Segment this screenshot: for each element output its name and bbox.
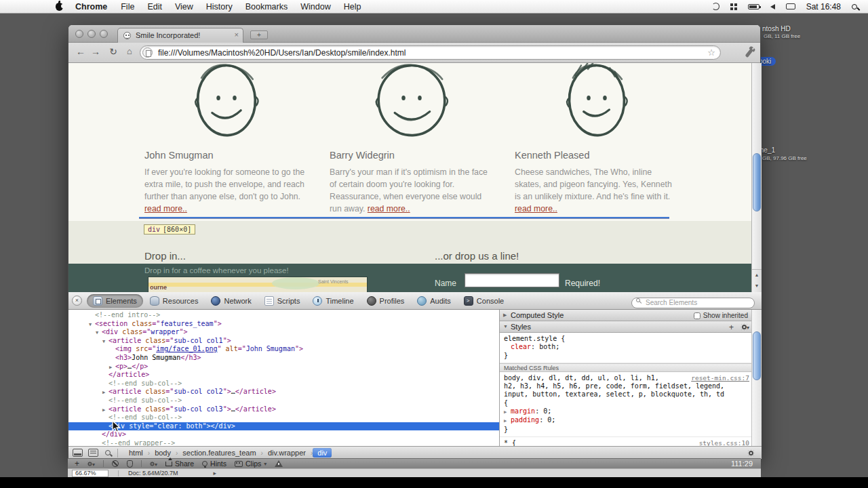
menu-bookmarks[interactable]: Bookmarks [245,2,288,12]
devtools-tab-profiles[interactable]: Profiles [361,294,411,308]
back-button[interactable]: ← [74,46,87,57]
read-more-link[interactable]: read more.. [368,204,410,214]
browser-tab[interactable]: Smile Incorporated! × [117,28,243,43]
reload-button[interactable]: ↻ [106,46,120,57]
options-button[interactable]: ▾ [150,460,157,468]
dom-tree-row[interactable]: <!--end wrapper--> [68,439,499,446]
property-expand-arrow[interactable]: ▶ [504,417,511,425]
dom-tree-row[interactable]: ▼<section class="features_team"> [68,320,499,329]
disclosure-open-icon[interactable]: ▼ [503,321,508,332]
window-zoom-button[interactable] [100,30,108,38]
dom-tree-row[interactable]: <!--end sub-col--> [68,413,499,422]
tab-close-button[interactable]: × [235,30,239,39]
breadcrumb-html[interactable]: html [124,448,148,458]
dom-tree-row[interactable]: <!--end intro--> [68,311,499,320]
tree-disclosure-arrow[interactable]: ▶ [102,407,108,413]
clips-button[interactable]: Clips ▾ [235,460,267,468]
dom-tree-row[interactable]: <div style="clear: both"></div> [68,422,499,431]
menubar-clock[interactable]: Sat 16:48 [806,2,841,12]
scroll-up-button[interactable]: ▲ [752,270,762,281]
computed-style-header[interactable]: ▶ Computed Style Show inherited [500,310,762,321]
read-more-link[interactable]: read more.. [144,204,187,214]
spaces-grid-icon[interactable] [730,3,733,6]
page-scrollbar[interactable]: ▲ ▼ [751,63,762,292]
add-button[interactable]: + [75,460,79,467]
menu-help[interactable]: Help [344,2,361,12]
tree-disclosure-arrow[interactable]: ▼ [96,330,102,336]
devtools-tab-scripts[interactable]: Scripts [258,294,307,308]
breadcrumb-div-wrapper[interactable]: div.wrapper [263,448,311,458]
disclosure-closed-icon[interactable]: ▶ [503,310,507,321]
dom-tree-row[interactable]: ▼<article class="sub-col col1"> [68,337,499,346]
menu-view[interactable]: View [175,2,193,12]
battery-icon[interactable] [748,4,760,9]
scroll-down-button[interactable]: ▼ [752,281,762,291]
css-source-link[interactable]: reset-min.css:7 [691,374,749,382]
desktop-disk-label[interactable]: ntosh HD [762,25,791,33]
dock-toggle-icon[interactable] [73,449,83,457]
styles-scrollbar[interactable] [751,310,762,446]
bookmark-star-icon[interactable]: ☆ [707,47,715,58]
page-icon[interactable] [142,47,153,58]
dom-tree-row[interactable]: <!--end sub-col--> [68,380,499,388]
menu-history[interactable]: History [206,2,233,12]
share-button[interactable]: Share [165,460,194,468]
doc-info-arrow[interactable]: ▸ [214,470,217,476]
devtools-tab-audits[interactable]: Audits [411,294,457,308]
new-style-rule-button[interactable]: + [729,322,734,333]
property-expand-arrow[interactable]: ▶ [504,408,511,416]
dom-tree-row[interactable]: ▶<article class="sub-col col2">…</articl… [68,388,499,396]
sync-icon[interactable] [712,3,719,10]
devtools-tab-network[interactable]: Network [205,294,257,308]
new-tab-button[interactable]: + [250,30,268,39]
breadcrumb-body[interactable]: body [150,448,176,458]
wrench-menu-icon[interactable] [745,49,753,58]
display-icon[interactable] [786,3,795,9]
window-close-button[interactable] [75,30,83,38]
breadcrumb-div[interactable]: div [313,448,332,458]
tree-disclosure-arrow[interactable]: ▶ [109,365,115,370]
url-text[interactable]: file:///Volumes/Macintosh%20HD/Users/Ian… [158,48,406,58]
tree-disclosure-arrow[interactable]: ▼ [102,339,108,344]
name-input[interactable] [465,273,559,287]
address-bar[interactable]: file:///Volumes/Macintosh%20HD/Users/Ian… [140,45,721,60]
spotlight-search-icon[interactable] [852,4,857,9]
console-toggle-icon[interactable] [88,449,98,457]
css-source-link[interactable]: styles.css:10 [699,439,749,446]
devtools-settings-gear-icon[interactable] [749,451,753,455]
styles-header[interactable]: ▼ Styles + ▾ [500,321,762,333]
block-icon[interactable] [112,460,119,467]
tree-disclosure-arrow[interactable]: ▼ [89,322,95,327]
forward-button[interactable]: → [89,46,102,57]
apple-menu-icon[interactable] [56,3,63,11]
home-button[interactable]: ⌂ [123,46,136,56]
show-inherited-checkbox[interactable] [694,312,701,319]
badge-icon[interactable] [127,460,133,468]
devtools-tab-resources[interactable]: Resources [144,294,205,308]
menu-window[interactable]: Window [300,2,330,12]
node-search-icon[interactable] [105,450,111,455]
hints-button[interactable]: Hints [202,460,226,468]
dom-tree-row[interactable]: ▶<article class="sub-col col3">…</articl… [68,405,499,414]
styles-settings-button[interactable]: ▾ [742,321,749,333]
devtools-tab-console[interactable]: Console [458,294,510,308]
doc-size-info[interactable]: Doc: 5.64M/20.7M [128,470,178,476]
dom-tree-row[interactable]: </article> [68,371,499,380]
zoom-level[interactable]: 66.67% [72,470,108,477]
menu-app-name[interactable]: Chrome [75,2,107,12]
read-more-link[interactable]: read more.. [515,204,557,214]
dom-tree-row[interactable]: <h3>John Smugman</h3> [68,354,499,363]
scrollbar-thumb[interactable] [753,153,761,211]
window-minimize-button[interactable] [87,30,96,38]
settings-button[interactable]: ▾ [87,460,95,468]
warning-icon[interactable] [275,460,283,467]
devtools-close-button[interactable]: × [72,296,82,306]
devtools-tab-elements[interactable]: Elements [87,294,143,308]
search-elements-input[interactable] [631,298,755,308]
breadcrumb-section-features-team[interactable]: section.features_team [178,448,260,458]
devtools-tab-timeline[interactable]: Timeline [307,294,359,308]
dom-tree-row[interactable]: ▼<div class="wrapper"> [68,328,499,337]
volume-icon[interactable] [770,4,775,9]
menu-edit[interactable]: Edit [147,2,162,12]
tree-disclosure-arrow[interactable]: ▶ [102,390,108,395]
